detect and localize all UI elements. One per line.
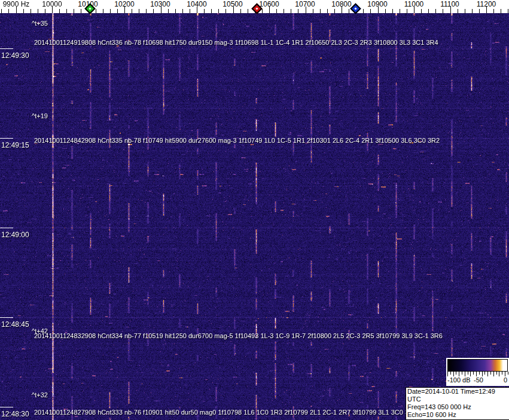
status-info-box: Date=2014-10-01 Time=12:49 UTC Freq=143 … <box>406 387 509 420</box>
legend-min-db-label: -100 dB <box>447 376 471 384</box>
db-tick-mark <box>487 372 488 376</box>
freq-tick-label: 11000 <box>404 0 423 8</box>
freq-tick-mark <box>472 9 473 13</box>
freq-tick-mark <box>81 9 81 13</box>
db-tick-mark <box>450 372 451 375</box>
time-tick-mark <box>0 48 13 49</box>
info-date-line: Date=2014-10-01 Time=12:49 UTC <box>407 388 508 403</box>
freq-tick-mark <box>132 9 132 13</box>
time-tick-mark <box>0 407 13 407</box>
color-gradient-bar <box>447 359 508 372</box>
freq-tick-mark <box>211 9 212 13</box>
freq-tick-mark <box>327 9 328 13</box>
detection-log-annotation: 20141001124842908 hCnt335 nb-78 f10749 h… <box>34 137 440 144</box>
freq-tick-mark <box>110 9 111 13</box>
freq-tick-label: 10900 <box>367 0 387 8</box>
db-tick-mark <box>470 372 471 376</box>
freq-tick-mark <box>146 9 147 13</box>
db-tick-ruler <box>447 372 508 376</box>
freq-tick-label: 10600 <box>259 0 279 8</box>
freq-tick-mark <box>493 9 494 13</box>
db-tick-mark <box>459 372 459 376</box>
peak-time-annotation: ^t+35 <box>32 20 48 27</box>
db-tick-mark <box>493 372 494 376</box>
peak-time-annotation: ^t+32 <box>32 391 48 398</box>
freq-tick-mark <box>385 9 386 13</box>
freq-tick-mark <box>248 9 248 13</box>
freq-tick-mark <box>182 9 183 13</box>
freq-tick-label: 10400 <box>187 0 206 8</box>
db-tick-mark <box>447 372 448 376</box>
time-label: 12:48:45 <box>1 320 29 329</box>
freq-tick-mark <box>59 9 60 13</box>
freq-tick-mark <box>168 9 169 13</box>
color-scale-legend: -100 dB -50 0 <box>446 358 509 386</box>
freq-tick-mark <box>465 9 465 13</box>
freq-tick-mark <box>38 9 38 13</box>
detection-log-annotation: 20141001124827908 hCnt333 nb-76 f10901 h… <box>34 409 417 416</box>
db-tick-mark <box>473 372 474 375</box>
freq-tick-mark <box>479 9 480 13</box>
time-label: 12:48:30 <box>1 410 29 418</box>
freq-tick-mark <box>204 9 205 13</box>
freq-tick-label: 10800 <box>331 0 351 8</box>
db-tick-mark <box>462 372 462 375</box>
db-scale-labels: -100 dB -50 0 <box>446 376 509 385</box>
red-marker-center-dot <box>255 7 258 10</box>
freq-tick-mark <box>74 9 74 13</box>
freq-tick-mark <box>320 9 321 13</box>
db-tick-mark <box>499 372 499 376</box>
freq-tick-mark <box>225 9 226 13</box>
spectrogram-waterfall-canvas <box>0 13 509 420</box>
db-tick-mark <box>482 372 483 376</box>
freq-tick-label: 10200 <box>114 0 134 8</box>
freq-tick-mark <box>349 9 349 13</box>
freq-tick-mark <box>313 9 313 13</box>
freq-tick-mark <box>23 9 24 13</box>
freq-tick-label: 10300 <box>150 0 170 8</box>
freq-tick-mark <box>190 9 190 13</box>
freq-tick-mark <box>218 9 219 13</box>
freq-tick-mark <box>435 9 436 13</box>
freq-tick-mark <box>370 9 371 13</box>
db-tick-mark <box>465 372 465 376</box>
freq-tick-mark <box>31 9 31 13</box>
time-label: 12:49:15 <box>1 141 29 149</box>
freq-tick-label: 9900 Hz <box>3 0 30 8</box>
freq-tick-mark <box>508 9 508 13</box>
freq-tick-mark <box>407 9 407 13</box>
info-echo-line: Echo=10 600 Hz <box>407 411 508 419</box>
detection-log-annotation: 20141001124919808 hCnt336 nb-78 f10698 h… <box>34 39 438 46</box>
freq-tick-mark <box>103 9 103 13</box>
time-tick-mark <box>0 228 13 228</box>
freq-tick-mark <box>45 9 45 13</box>
freq-tick-mark <box>153 9 154 13</box>
blue-marker-center-dot <box>354 7 356 10</box>
db-tick-mark <box>505 372 505 376</box>
detection-log-annotation: 20141001124832908 hCnt334 nb-77 f10519 h… <box>34 332 443 339</box>
time-tick-mark <box>0 138 13 139</box>
freq-tick-mark <box>262 9 263 13</box>
db-tick-mark <box>508 372 508 375</box>
freq-tick-label: 10500 <box>223 0 242 8</box>
db-tick-mark <box>496 372 497 375</box>
freq-tick-mark <box>501 9 501 13</box>
green-marker-center-dot <box>89 7 91 10</box>
freq-tick-label: 10700 <box>295 0 315 8</box>
freq-tick-label: 10000 <box>42 0 62 8</box>
freq-tick-mark <box>276 9 277 13</box>
db-tick-mark <box>453 372 454 376</box>
freq-tick-mark <box>1 9 2 13</box>
freq-tick-label: 11100 <box>440 0 459 8</box>
time-label: 12:49:00 <box>1 231 29 239</box>
freq-tick-mark <box>421 9 422 13</box>
freq-tick-mark <box>66 9 67 13</box>
time-tick-mark <box>0 317 13 318</box>
db-tick-mark <box>479 372 480 375</box>
legend-max-db-label: 0 <box>504 376 507 384</box>
freq-tick-mark <box>458 9 458 13</box>
freq-tick-mark <box>240 9 241 13</box>
freq-tick-mark <box>96 9 96 13</box>
db-tick-mark <box>490 372 491 375</box>
info-freq-line: Freq=143 050 000 Hz <box>407 403 508 411</box>
